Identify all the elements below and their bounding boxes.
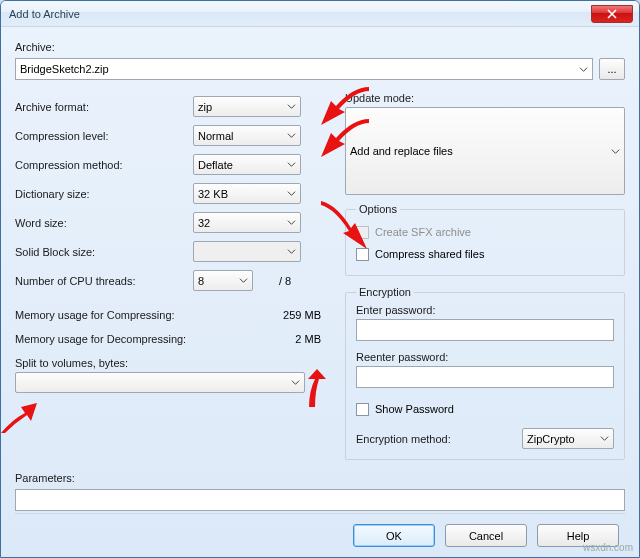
dialog-body: Archive: BridgeSketch2.zip ... Archive f… bbox=[1, 27, 639, 557]
chevron-down-icon bbox=[611, 147, 620, 156]
chevron-down-icon bbox=[239, 276, 248, 285]
parameters-label: Parameters: bbox=[15, 472, 625, 484]
solid-block-combo[interactable] bbox=[193, 241, 301, 262]
chevron-down-icon bbox=[579, 65, 588, 74]
compression-method-combo[interactable]: Deflate bbox=[193, 154, 301, 175]
encryption-method-combo[interactable]: ZipCrypto bbox=[522, 428, 614, 449]
dictionary-size-label: Dictionary size: bbox=[15, 188, 193, 200]
chevron-down-icon bbox=[287, 189, 296, 198]
create-sfx-checkbox: Create SFX archive bbox=[356, 221, 614, 243]
chevron-down-icon bbox=[600, 434, 609, 443]
dialog-window: Add to Archive Archive: BridgeSketch2.zi… bbox=[0, 0, 640, 558]
split-combo[interactable] bbox=[15, 372, 305, 393]
archive-value: BridgeSketch2.zip bbox=[20, 63, 109, 75]
solid-block-label: Solid Block size: bbox=[15, 246, 193, 258]
cancel-label: Cancel bbox=[469, 530, 503, 542]
compression-method-value: Deflate bbox=[198, 159, 233, 171]
ok-label: OK bbox=[386, 530, 402, 542]
compress-shared-checkbox[interactable]: Compress shared files bbox=[356, 243, 614, 265]
mem-decompress-value: 2 MB bbox=[295, 333, 321, 345]
encryption-method-label: Encryption method: bbox=[356, 433, 451, 445]
split-label: Split to volumes, bytes: bbox=[15, 357, 327, 369]
watermark: wsxdn.com bbox=[583, 542, 633, 553]
cancel-button[interactable]: Cancel bbox=[445, 524, 527, 547]
cpu-threads-combo[interactable]: 8 bbox=[193, 270, 253, 291]
compression-method-label: Compression method: bbox=[15, 159, 193, 171]
cpu-threads-label: Number of CPU threads: bbox=[15, 275, 193, 287]
mem-decompress-label: Memory usage for Decompressing: bbox=[15, 333, 186, 345]
chevron-down-icon bbox=[287, 102, 296, 111]
chevron-down-icon bbox=[287, 160, 296, 169]
cpu-threads-value: 8 bbox=[198, 275, 204, 287]
chevron-down-icon bbox=[287, 131, 296, 140]
enter-password-label: Enter password: bbox=[356, 304, 614, 316]
left-panel: Archive format: zip Compression level: N… bbox=[15, 92, 327, 460]
word-size-label: Word size: bbox=[15, 217, 193, 229]
chevron-down-icon bbox=[287, 247, 296, 256]
browse-label: ... bbox=[607, 63, 616, 75]
encryption-method-value: ZipCrypto bbox=[527, 433, 575, 445]
reenter-password-label: Reenter password: bbox=[356, 351, 614, 363]
show-password-checkbox[interactable]: Show Password bbox=[356, 398, 614, 420]
word-size-value: 32 bbox=[198, 217, 210, 229]
options-legend: Options bbox=[356, 203, 400, 215]
archive-format-value: zip bbox=[198, 101, 212, 113]
mem-compress-label: Memory usage for Compressing: bbox=[15, 309, 175, 321]
checkbox-icon bbox=[356, 226, 369, 239]
compression-level-label: Compression level: bbox=[15, 130, 193, 142]
dictionary-size-combo[interactable]: 32 KB bbox=[193, 183, 301, 204]
archive-format-combo[interactable]: zip bbox=[193, 96, 301, 117]
compress-shared-label: Compress shared files bbox=[375, 248, 484, 260]
compression-level-combo[interactable]: Normal bbox=[193, 125, 301, 146]
ok-button[interactable]: OK bbox=[353, 524, 435, 547]
encryption-group: Encryption Enter password: Reenter passw… bbox=[345, 286, 625, 460]
options-group: Options Create SFX archive Compress shar… bbox=[345, 203, 625, 276]
enter-password-input[interactable] bbox=[356, 319, 614, 341]
close-icon bbox=[607, 9, 617, 19]
show-password-label: Show Password bbox=[375, 403, 454, 415]
archive-format-label: Archive format: bbox=[15, 101, 193, 113]
chevron-down-icon bbox=[291, 378, 300, 387]
dictionary-size-value: 32 KB bbox=[198, 188, 228, 200]
help-label: Help bbox=[567, 530, 590, 542]
update-mode-combo[interactable]: Add and replace files bbox=[345, 107, 625, 195]
update-mode-label: Update mode: bbox=[345, 92, 625, 104]
reenter-password-input[interactable] bbox=[356, 366, 614, 388]
chevron-down-icon bbox=[287, 218, 296, 227]
encryption-legend: Encryption bbox=[356, 286, 414, 298]
right-panel: Update mode: Add and replace files Optio… bbox=[345, 92, 625, 460]
update-mode-value: Add and replace files bbox=[350, 145, 453, 157]
word-size-combo[interactable]: 32 bbox=[193, 212, 301, 233]
parameters-input[interactable] bbox=[15, 489, 625, 511]
mem-compress-value: 259 MB bbox=[283, 309, 321, 321]
window-title: Add to Archive bbox=[9, 8, 80, 20]
button-bar: OK Cancel Help bbox=[15, 513, 625, 547]
create-sfx-label: Create SFX archive bbox=[375, 226, 471, 238]
checkbox-icon[interactable] bbox=[356, 403, 369, 416]
titlebar: Add to Archive bbox=[1, 1, 639, 27]
compression-level-value: Normal bbox=[198, 130, 233, 142]
archive-label: Archive: bbox=[15, 41, 625, 53]
checkbox-icon[interactable] bbox=[356, 248, 369, 261]
archive-combobox[interactable]: BridgeSketch2.zip bbox=[15, 58, 593, 80]
cpu-threads-max: / 8 bbox=[279, 275, 291, 287]
close-button[interactable] bbox=[591, 5, 633, 23]
browse-button[interactable]: ... bbox=[599, 58, 625, 80]
